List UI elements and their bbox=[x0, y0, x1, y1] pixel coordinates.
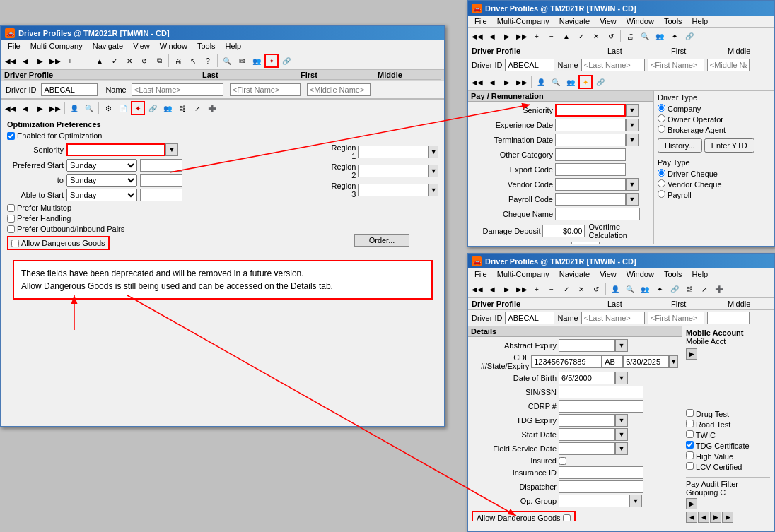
tr-link2[interactable]: 🔗 bbox=[682, 29, 697, 43]
br-chk[interactable]: ✓ bbox=[559, 282, 573, 296]
tr-seniority-input[interactable] bbox=[555, 104, 626, 117]
br-tdg-cert-cb[interactable] bbox=[686, 441, 694, 449]
tb2-doc-btn[interactable]: 📄 bbox=[116, 101, 130, 115]
br-nav2[interactable]: ◀ bbox=[485, 282, 499, 296]
tr-menu-file[interactable]: File bbox=[470, 16, 491, 26]
nav-first-btn[interactable]: ◀◀ bbox=[4, 54, 18, 68]
tr-menu-view[interactable]: View bbox=[595, 16, 621, 26]
tr-payroll-input[interactable] bbox=[555, 193, 626, 206]
able-start-select[interactable]: SundayMonday bbox=[66, 189, 137, 201]
br-start-date-btn[interactable]: ▼ bbox=[615, 428, 628, 441]
tr-exp-input[interactable] bbox=[555, 119, 626, 131]
br-refresh[interactable]: ↺ bbox=[589, 282, 603, 296]
region1-input[interactable] bbox=[358, 146, 429, 158]
nav-next-btn[interactable]: ▶ bbox=[33, 54, 47, 68]
region3-input[interactable] bbox=[358, 184, 429, 196]
region3-btn[interactable]: ▼ bbox=[429, 184, 438, 196]
tb2-link-btn[interactable]: 🔗 bbox=[146, 101, 160, 115]
tr-history-btn[interactable]: History... bbox=[658, 138, 702, 153]
br-road-test-cb[interactable] bbox=[686, 420, 694, 427]
tr-refresh[interactable]: ↺ bbox=[604, 29, 618, 43]
br-del[interactable]: − bbox=[544, 282, 559, 296]
br-drug-test-cb[interactable] bbox=[686, 409, 694, 417]
preferred-start-time[interactable] bbox=[140, 159, 182, 172]
tr-first-input[interactable] bbox=[648, 59, 704, 71]
copy-btn[interactable]: ⧉ bbox=[152, 54, 166, 68]
tr-owner-radio[interactable] bbox=[658, 114, 665, 122]
br-cdl-state[interactable] bbox=[602, 355, 623, 368]
br-menu-file[interactable]: File bbox=[470, 269, 491, 279]
br-dispatcher-input[interactable] bbox=[559, 480, 643, 493]
br-search[interactable]: 🔍 bbox=[623, 282, 637, 296]
letter-btn[interactable]: ✉ bbox=[235, 54, 249, 68]
tr-nav-first[interactable]: ◀◀ bbox=[470, 29, 484, 43]
tr2-link[interactable]: 🔗 bbox=[593, 75, 607, 89]
br-start-date-input[interactable] bbox=[559, 428, 615, 441]
br-people[interactable]: 👥 bbox=[638, 282, 652, 296]
br-profile[interactable]: 👤 bbox=[608, 282, 622, 296]
tr-enter-ytd-btn[interactable]: Enter YTD bbox=[704, 138, 754, 153]
br-scroll-left2[interactable]: ◀ bbox=[698, 512, 709, 523]
link-btn[interactable]: 🔗 bbox=[279, 54, 293, 68]
add-btn[interactable]: + bbox=[63, 54, 77, 68]
driver-id-input[interactable] bbox=[41, 83, 98, 96]
br-op-group-input[interactable] bbox=[559, 495, 629, 507]
tr-star2[interactable]: ✦ bbox=[668, 29, 682, 43]
check-btn[interactable]: ✓ bbox=[107, 54, 122, 68]
br-field-svc-btn[interactable]: ▼ bbox=[615, 442, 628, 455]
tr-damage-input[interactable] bbox=[542, 225, 585, 237]
br-mobile-expand[interactable]: ▶ bbox=[686, 348, 697, 360]
br-star[interactable]: ✦ bbox=[653, 282, 667, 296]
br-high-value-cb[interactable] bbox=[686, 451, 694, 459]
menu-multicompany[interactable]: Multi-Company bbox=[26, 41, 87, 51]
preferred-start-select[interactable]: SundayMondayTuesday bbox=[66, 159, 137, 172]
br-op-group-btn[interactable]: ▼ bbox=[629, 495, 642, 507]
tb2-plus-btn[interactable]: ➕ bbox=[205, 101, 219, 115]
search-btn[interactable]: 🔍 bbox=[220, 54, 234, 68]
br-field-svc-input[interactable] bbox=[559, 442, 615, 455]
people-btn[interactable]: 👥 bbox=[250, 54, 264, 68]
tr-term-btn[interactable]: ▼ bbox=[626, 134, 639, 146]
tr-company-radio[interactable] bbox=[658, 104, 665, 112]
tb2-chain-btn[interactable]: ⛓ bbox=[175, 101, 190, 115]
br-scroll-right[interactable]: ▶ bbox=[710, 512, 721, 523]
tb2-profile-btn[interactable]: 👤 bbox=[67, 101, 81, 115]
star-btn[interactable]: ✦ bbox=[264, 54, 279, 68]
br-nav4[interactable]: ▶▶ bbox=[515, 282, 529, 296]
br-did-input[interactable] bbox=[505, 312, 554, 324]
tr-payroll-btn[interactable]: ▼ bbox=[626, 193, 639, 206]
tr2-btn4[interactable]: ▶▶ bbox=[515, 75, 529, 89]
br-menu-view[interactable]: View bbox=[595, 269, 621, 279]
tr-last-input[interactable] bbox=[581, 59, 645, 71]
tr-print[interactable]: 🖨 bbox=[623, 29, 637, 43]
tb2-gear-btn[interactable]: ⚙ bbox=[101, 101, 115, 115]
br-first-input[interactable] bbox=[648, 312, 704, 324]
tr2-btn1[interactable]: ◀◀ bbox=[470, 75, 484, 89]
br-insured-cb[interactable] bbox=[559, 457, 566, 465]
br-middle-input[interactable] bbox=[707, 312, 750, 324]
br-add[interactable]: + bbox=[530, 282, 544, 296]
region2-input[interactable] bbox=[358, 165, 429, 177]
tr-menu-win[interactable]: Window bbox=[622, 16, 658, 26]
br-dob-input[interactable] bbox=[559, 372, 615, 384]
tr-brokerage-radio[interactable] bbox=[658, 125, 665, 133]
br-menu-nav[interactable]: Navigate bbox=[555, 269, 594, 279]
tr-driver-cheque-radio[interactable] bbox=[658, 169, 665, 177]
br-plus[interactable]: ➕ bbox=[712, 282, 726, 296]
tb2-btn3[interactable]: ▶ bbox=[33, 101, 47, 115]
tr-middle-input[interactable] bbox=[707, 59, 750, 71]
tr-x[interactable]: ✕ bbox=[589, 29, 603, 43]
to-select[interactable]: SundayMonday bbox=[66, 174, 137, 187]
tr2-people[interactable]: 👥 bbox=[564, 75, 578, 89]
tr2-profile[interactable]: 👤 bbox=[534, 75, 548, 89]
region2-btn[interactable]: ▼ bbox=[429, 165, 438, 177]
menu-tools[interactable]: Tools bbox=[193, 41, 220, 51]
br-cdl-input[interactable] bbox=[531, 355, 602, 368]
tr-vendor-cheque-radio[interactable] bbox=[658, 179, 665, 187]
tb2-star-btn[interactable]: ✦ bbox=[131, 101, 145, 115]
cursor-btn[interactable]: ↖ bbox=[186, 54, 200, 68]
tb2-people-btn[interactable]: 👥 bbox=[161, 101, 175, 115]
br-menu-help[interactable]: Help bbox=[688, 269, 713, 279]
middle-name-input[interactable] bbox=[307, 83, 371, 96]
tb2-btn1[interactable]: ◀◀ bbox=[4, 101, 18, 115]
